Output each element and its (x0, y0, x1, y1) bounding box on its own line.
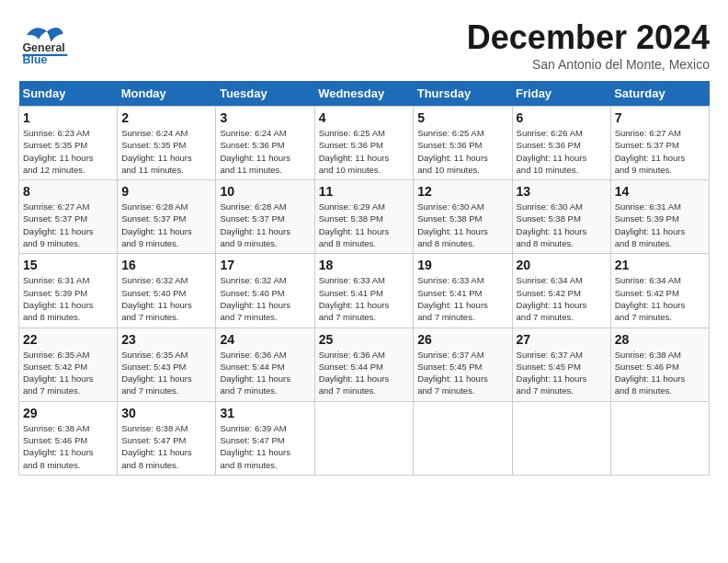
day-info: Sunrise: 6:27 AMSunset: 5:37 PMDaylight:… (23, 201, 113, 249)
col-header-monday: Monday (118, 81, 216, 107)
day-info: Sunrise: 6:29 AMSunset: 5:38 PMDaylight:… (319, 201, 410, 249)
day-number: 22 (23, 332, 113, 347)
day-info: Sunrise: 6:36 AMSunset: 5:44 PMDaylight:… (220, 349, 310, 397)
day-info: Sunrise: 6:32 AMSunset: 5:40 PMDaylight:… (220, 274, 310, 323)
day-number: 18 (319, 258, 410, 272)
col-header-friday: Friday (512, 81, 610, 107)
day-cell: 7 Sunrise: 6:27 AMSunset: 5:37 PMDayligh… (610, 107, 709, 180)
day-info: Sunrise: 6:38 AMSunset: 5:46 PMDaylight:… (615, 349, 705, 397)
day-cell: 9 Sunrise: 6:28 AMSunset: 5:37 PMDayligh… (118, 180, 216, 254)
title-section: December 2024 San Antonio del Monte, Mex… (467, 18, 710, 72)
day-info: Sunrise: 6:37 AMSunset: 5:45 PMDaylight:… (517, 349, 607, 397)
day-cell: 22 Sunrise: 6:35 AMSunset: 5:42 PMDaylig… (19, 327, 118, 401)
day-number: 3 (220, 110, 310, 125)
week-row-4: 22 Sunrise: 6:35 AMSunset: 5:42 PMDaylig… (19, 327, 710, 401)
day-number: 4 (319, 110, 410, 125)
day-cell: 21 Sunrise: 6:34 AMSunset: 5:42 PMDaylig… (610, 254, 709, 327)
day-number: 20 (517, 258, 607, 272)
day-info: Sunrise: 6:25 AMSunset: 5:36 PMDaylight:… (417, 127, 507, 176)
day-info: Sunrise: 6:33 AMSunset: 5:41 PMDaylight:… (417, 274, 507, 323)
week-row-2: 8 Sunrise: 6:27 AMSunset: 5:37 PMDayligh… (19, 180, 710, 254)
calendar-table: SundayMondayTuesdayWednesdayThursdayFrid… (18, 81, 710, 476)
day-number: 28 (615, 332, 705, 347)
day-number: 16 (121, 258, 211, 272)
day-number: 25 (319, 332, 410, 347)
day-cell: 11 Sunrise: 6:29 AMSunset: 5:38 PMDaylig… (314, 180, 414, 254)
day-number: 15 (23, 258, 113, 272)
day-info: Sunrise: 6:26 AMSunset: 5:36 PMDaylight:… (517, 127, 607, 176)
day-info: Sunrise: 6:37 AMSunset: 5:45 PMDaylight:… (417, 349, 507, 397)
col-header-wednesday: Wednesday (314, 81, 414, 107)
day-cell: 26 Sunrise: 6:37 AMSunset: 5:45 PMDaylig… (414, 327, 512, 401)
day-info: Sunrise: 6:33 AMSunset: 5:41 PMDaylight:… (319, 274, 410, 323)
day-cell (512, 401, 610, 475)
day-cell: 5 Sunrise: 6:25 AMSunset: 5:36 PMDayligh… (414, 107, 512, 180)
day-cell: 15 Sunrise: 6:31 AMSunset: 5:39 PMDaylig… (19, 254, 118, 327)
day-cell: 10 Sunrise: 6:28 AMSunset: 5:37 PMDaylig… (216, 180, 314, 254)
day-cell: 14 Sunrise: 6:31 AMSunset: 5:39 PMDaylig… (610, 180, 709, 254)
day-cell: 20 Sunrise: 6:34 AMSunset: 5:42 PMDaylig… (512, 254, 610, 327)
day-info: Sunrise: 6:31 AMSunset: 5:39 PMDaylight:… (615, 201, 705, 249)
day-number: 8 (23, 184, 113, 199)
day-cell: 24 Sunrise: 6:36 AMSunset: 5:44 PMDaylig… (216, 327, 314, 401)
day-cell: 6 Sunrise: 6:26 AMSunset: 5:36 PMDayligh… (512, 107, 610, 180)
day-info: Sunrise: 6:32 AMSunset: 5:40 PMDaylight:… (121, 274, 211, 323)
day-info: Sunrise: 6:30 AMSunset: 5:38 PMDaylight:… (417, 201, 507, 249)
day-info: Sunrise: 6:24 AMSunset: 5:35 PMDaylight:… (121, 127, 211, 176)
day-cell: 3 Sunrise: 6:24 AMSunset: 5:36 PMDayligh… (216, 107, 314, 180)
day-number: 13 (517, 184, 607, 199)
day-number: 11 (319, 184, 410, 199)
svg-text:Blue: Blue (22, 53, 47, 64)
day-number: 12 (417, 184, 507, 199)
day-cell: 8 Sunrise: 6:27 AMSunset: 5:37 PMDayligh… (19, 180, 118, 254)
day-number: 30 (121, 406, 211, 420)
day-cell (414, 401, 512, 475)
day-cell: 28 Sunrise: 6:38 AMSunset: 5:46 PMDaylig… (610, 327, 709, 401)
day-info: Sunrise: 6:24 AMSunset: 5:36 PMDaylight:… (220, 127, 310, 176)
col-header-thursday: Thursday (414, 81, 512, 107)
day-cell (314, 401, 414, 475)
day-cell: 27 Sunrise: 6:37 AMSunset: 5:45 PMDaylig… (512, 327, 610, 401)
day-cell: 29 Sunrise: 6:38 AMSunset: 5:46 PMDaylig… (19, 401, 118, 475)
day-number: 29 (23, 406, 113, 420)
day-number: 2 (121, 110, 211, 125)
page-header: General Blue December 2024 San Antonio d… (18, 18, 710, 72)
day-info: Sunrise: 6:35 AMSunset: 5:42 PMDaylight:… (23, 349, 113, 397)
day-number: 14 (615, 184, 705, 199)
day-info: Sunrise: 6:28 AMSunset: 5:37 PMDaylight:… (220, 201, 310, 249)
day-cell: 25 Sunrise: 6:36 AMSunset: 5:44 PMDaylig… (314, 327, 414, 401)
day-info: Sunrise: 6:23 AMSunset: 5:35 PMDaylight:… (23, 127, 113, 176)
day-info: Sunrise: 6:30 AMSunset: 5:38 PMDaylight:… (517, 201, 607, 249)
location: San Antonio del Monte, Mexico (467, 57, 710, 72)
day-info: Sunrise: 6:34 AMSunset: 5:42 PMDaylight:… (517, 274, 607, 323)
month-title: December 2024 (467, 18, 710, 57)
day-number: 23 (121, 332, 211, 347)
day-info: Sunrise: 6:38 AMSunset: 5:46 PMDaylight:… (23, 422, 113, 471)
day-info: Sunrise: 6:34 AMSunset: 5:42 PMDaylight:… (615, 274, 705, 323)
day-info: Sunrise: 6:25 AMSunset: 5:36 PMDaylight:… (319, 127, 410, 176)
day-cell: 13 Sunrise: 6:30 AMSunset: 5:38 PMDaylig… (512, 180, 610, 254)
day-cell: 12 Sunrise: 6:30 AMSunset: 5:38 PMDaylig… (414, 180, 512, 254)
col-header-sunday: Sunday (19, 81, 118, 107)
day-info: Sunrise: 6:28 AMSunset: 5:37 PMDaylight:… (121, 201, 211, 249)
day-number: 10 (220, 184, 310, 199)
col-header-saturday: Saturday (610, 81, 709, 107)
day-number: 17 (220, 258, 310, 272)
day-number: 31 (220, 406, 310, 420)
day-number: 1 (23, 110, 113, 125)
day-info: Sunrise: 6:27 AMSunset: 5:37 PMDaylight:… (615, 127, 705, 176)
day-number: 5 (417, 110, 507, 125)
logo-svg: General Blue (18, 18, 92, 64)
day-info: Sunrise: 6:39 AMSunset: 5:47 PMDaylight:… (220, 422, 310, 471)
day-cell: 18 Sunrise: 6:33 AMSunset: 5:41 PMDaylig… (314, 254, 414, 327)
day-cell: 19 Sunrise: 6:33 AMSunset: 5:41 PMDaylig… (414, 254, 512, 327)
day-cell: 16 Sunrise: 6:32 AMSunset: 5:40 PMDaylig… (118, 254, 216, 327)
col-header-tuesday: Tuesday (216, 81, 314, 107)
day-info: Sunrise: 6:36 AMSunset: 5:44 PMDaylight:… (319, 349, 410, 397)
day-number: 26 (417, 332, 507, 347)
day-number: 27 (517, 332, 607, 347)
day-number: 7 (615, 110, 705, 125)
day-number: 6 (517, 110, 607, 125)
week-row-3: 15 Sunrise: 6:31 AMSunset: 5:39 PMDaylig… (19, 254, 710, 327)
day-cell (610, 401, 709, 475)
